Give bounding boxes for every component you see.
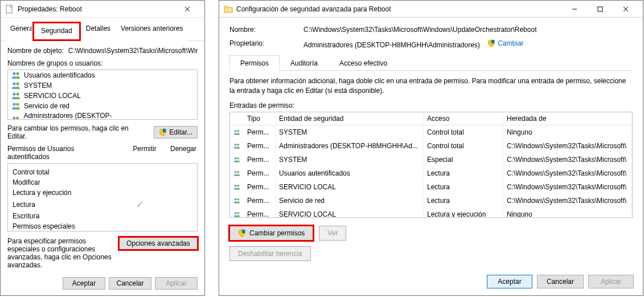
permission-row: Modificar <box>13 177 192 188</box>
group-item[interactable]: Servicio de red <box>8 101 197 111</box>
group-item[interactable]: Usuarios autentificados <box>8 70 197 80</box>
tab-permisos[interactable]: Permisos <box>229 55 280 71</box>
allow-check: ✓ <box>125 199 154 210</box>
people-icon <box>233 169 240 178</box>
group-item[interactable]: SERVICIO LOCAL <box>8 91 197 101</box>
info-text: Para obtener información adicional, haga… <box>229 76 633 96</box>
entry-acceso: Lectura <box>424 181 503 193</box>
edit-hint: Para cambiar los permisos, haga clic en … <box>7 124 154 140</box>
cancel-button[interactable]: Cancelar <box>109 277 151 290</box>
col-acceso[interactable]: Acceso <box>424 112 503 125</box>
svg-point-6 <box>17 93 19 96</box>
svg-point-20 <box>235 170 237 173</box>
entry-entidad: Administradores (DESKTOP-H8MHGHH\Ad... <box>276 140 424 152</box>
entry-row[interactable]: Perm...Administradores (DESKTOP-H8MHGHH\… <box>230 139 632 153</box>
entry-row[interactable]: Perm...SERVICIO LOCALLecturaC:\Windows\S… <box>230 180 632 194</box>
titlebar[interactable]: Configuración de seguridad avanzada para… <box>219 1 643 18</box>
name-label: Nombre: <box>229 26 286 34</box>
entries-label: Entradas de permiso: <box>229 101 633 109</box>
entry-entidad: SYSTEM <box>276 126 424 139</box>
svg-point-24 <box>235 198 237 200</box>
people-icon <box>11 71 20 80</box>
permission-row: Escritura <box>13 211 192 221</box>
entry-acceso: Especial <box>424 153 503 166</box>
permission-name: Control total <box>13 168 50 176</box>
permission-name: Permisos especiales <box>13 222 75 230</box>
maximize-button[interactable] <box>587 1 613 18</box>
entry-acceso: Lectura <box>424 167 503 180</box>
tab-versiones[interactable]: Versiones anteriores <box>116 22 188 41</box>
groups-label: Nombres de grupos o usuarios: <box>7 59 198 67</box>
advanced-button[interactable]: Opciones avanzadas <box>119 237 198 250</box>
properties-window: Propiedades: Reboot General Seguridad De… <box>0 0 205 296</box>
entry-heredada: Ninguno <box>503 208 632 218</box>
entries-table[interactable]: Tipo Entidad de seguridad Acceso Heredad… <box>229 112 633 218</box>
group-label: Administradores (DESKTOP-H8MHGHH\Adminis… <box>23 112 194 120</box>
object-name-value: C:\Windows\System32\Tasks\Microsoft\Wind <box>68 47 198 55</box>
entry-entidad: SERVICIO LOCAL <box>276 181 424 193</box>
entry-row[interactable]: Perm...Usuarios autentificadosLecturaC:\… <box>230 166 632 180</box>
close-button[interactable] <box>613 1 638 18</box>
entry-row[interactable]: Perm...SYSTEMControl totalNinguno <box>230 125 632 139</box>
ok-button[interactable]: Aceptar <box>487 275 532 288</box>
change-link-label: Cambiar <box>498 39 523 47</box>
svg-point-8 <box>17 103 19 106</box>
entry-entidad: Servicio de red <box>276 194 424 207</box>
groups-listbox[interactable]: Usuarios autentificadosSYSTEMSERVICIO LO… <box>7 70 198 120</box>
permission-name: Lectura <box>13 201 35 209</box>
cancel-button[interactable]: Cancelar <box>537 275 584 288</box>
entry-heredada: Ninguno <box>503 126 632 139</box>
edit-button-label: Editar... <box>169 128 192 136</box>
change-permissions-button[interactable]: Cambiar permisos <box>229 226 313 241</box>
tab-general[interactable]: General <box>5 22 32 41</box>
entry-heredada: C:\Windows\System32\Tasks\Microsoft\ <box>503 140 632 152</box>
window-title: Configuración de seguridad avanzada para… <box>236 5 561 13</box>
entry-heredada: C:\Windows\System32\Tasks\Microsoft\ <box>503 194 632 207</box>
entry-heredada: C:\Windows\System32\Tasks\Microsoft\ <box>503 167 632 180</box>
svg-point-19 <box>237 157 239 159</box>
view-button[interactable]: Ver <box>319 226 346 241</box>
svg-point-22 <box>235 184 237 186</box>
svg-point-10 <box>16 117 19 120</box>
people-icon <box>233 182 240 192</box>
svg-point-15 <box>237 129 239 132</box>
entry-entidad: SYSTEM <box>276 153 424 166</box>
svg-point-21 <box>237 170 239 173</box>
ok-button[interactable]: Aceptar <box>63 277 105 290</box>
entry-heredada: C:\Windows\System32\Tasks\Microsoft\ <box>503 153 632 166</box>
titlebar[interactable]: Propiedades: Reboot <box>1 1 204 18</box>
entry-acceso: Lectura y ejecución <box>424 208 503 218</box>
tab-seguridad[interactable]: Seguridad <box>32 22 81 41</box>
svg-point-25 <box>237 198 239 200</box>
entry-row[interactable]: Perm...SYSTEMEspecialC:\Windows\System32… <box>230 153 632 166</box>
tabs: Permisos Auditoría Acceso efectivo <box>229 55 633 71</box>
entry-tipo: Perm... <box>244 208 276 218</box>
disable-inheritance-button[interactable]: Deshabilitar herencia <box>229 246 311 261</box>
edit-button[interactable]: Editar... <box>154 126 198 139</box>
minimize-button[interactable] <box>561 1 587 18</box>
entry-acceso: Control total <box>424 126 503 139</box>
tab-detalles[interactable]: Detalles <box>81 22 116 41</box>
change-owner-link[interactable]: Cambiar <box>487 39 523 47</box>
col-entidad[interactable]: Entidad de seguridad <box>276 112 424 125</box>
entry-acceso: Control total <box>424 140 503 152</box>
perm-for-label-2: autentificados <box>7 153 74 161</box>
tab-acceso-efectivo[interactable]: Acceso efectivo <box>329 55 398 71</box>
close-button[interactable] <box>174 1 200 18</box>
svg-rect-12 <box>598 7 602 11</box>
people-icon <box>233 196 240 205</box>
entry-row[interactable]: Perm...SERVICIO LOCALLectura y ejecución… <box>230 208 632 218</box>
tabs: General Seguridad Detalles Versiones ant… <box>1 18 204 41</box>
svg-point-5 <box>13 93 16 96</box>
apply-button[interactable]: Aplicar <box>588 275 634 288</box>
entry-row[interactable]: Perm...Servicio de redLecturaC:\Windows\… <box>230 194 632 208</box>
apply-button[interactable]: Aplicar <box>155 277 198 290</box>
svg-point-18 <box>235 157 237 159</box>
col-tipo[interactable]: Tipo <box>244 112 276 125</box>
group-item[interactable]: SYSTEM <box>8 80 197 91</box>
group-item[interactable]: Administradores (DESKTOP-H8MHGHH\Adminis… <box>8 111 197 120</box>
col-heredada[interactable]: Heredada de <box>503 112 632 125</box>
group-label: Usuarios autentificados <box>24 71 95 79</box>
window-title: Propiedades: Reboot <box>18 5 174 13</box>
tab-auditoria[interactable]: Auditoría <box>280 55 329 71</box>
